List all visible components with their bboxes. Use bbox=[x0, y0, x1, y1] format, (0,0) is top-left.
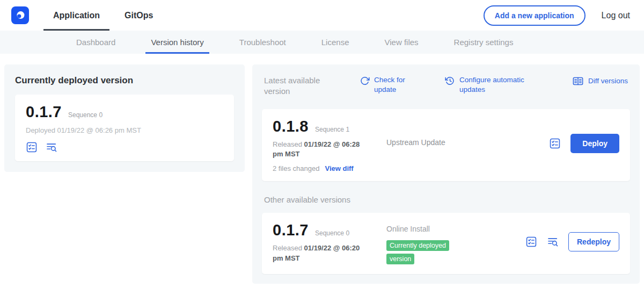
tab-application[interactable]: Application bbox=[53, 0, 100, 31]
deployed-version-card: 0.1.7 Sequence 0 Deployed 01/19/22 @ 06:… bbox=[15, 95, 234, 161]
currently-deployed-badge-wrap: Currently deployed version bbox=[386, 239, 467, 265]
file-search-icon[interactable] bbox=[46, 141, 57, 153]
deployed-sequence-label: Sequence 0 bbox=[68, 111, 103, 119]
check-for-update-button[interactable]: Check for update bbox=[360, 75, 414, 94]
currently-deployed-title: Currently deployed version bbox=[15, 75, 234, 86]
deployed-version-row: 0.1.7 Sequence 0 bbox=[26, 103, 223, 121]
redeploy-button[interactable]: Redeploy bbox=[568, 232, 619, 251]
logout-link[interactable]: Log out bbox=[602, 11, 630, 20]
subnav-item-dashboard[interactable]: Dashboard bbox=[76, 31, 115, 54]
files-changed-label: 2 files changed bbox=[273, 164, 319, 172]
release-notes-icon[interactable] bbox=[525, 236, 537, 248]
other-sequence-label: Sequence 0 bbox=[315, 229, 349, 237]
currently-deployed-panel: Currently deployed version 0.1.7 Sequenc… bbox=[4, 64, 245, 172]
subnav-item-view-files[interactable]: View files bbox=[384, 31, 418, 54]
top-tab-bar: Application GitOps bbox=[53, 0, 178, 31]
other-source-label: Online Install bbox=[386, 225, 525, 233]
app-logo bbox=[11, 6, 30, 25]
subnav-item-troubleshoot[interactable]: Troubleshoot bbox=[239, 31, 286, 54]
latest-source-label: Upstream Update bbox=[386, 138, 549, 152]
subnav-item-registry-settings[interactable]: Registry settings bbox=[454, 31, 514, 54]
latest-panel-header: Latest available version Check for updat… bbox=[262, 75, 630, 97]
main-content: Currently deployed version 0.1.7 Sequenc… bbox=[0, 54, 644, 284]
deployed-card-actions bbox=[26, 141, 223, 153]
subnav-item-version-history[interactable]: Version history bbox=[151, 31, 203, 54]
currently-deployed-badge: Currently deployed version bbox=[386, 240, 449, 264]
add-application-button[interactable]: Add a new application bbox=[484, 5, 586, 26]
latest-card-actions: Deploy bbox=[549, 134, 619, 156]
check-for-update-label: Check for update bbox=[374, 75, 414, 94]
other-card-actions: Redeploy bbox=[525, 232, 619, 255]
other-version-info: 0.1.7 Sequence 0 Released 01/19/22 @ 06:… bbox=[273, 221, 386, 265]
top-navbar: Application GitOps Add a new application… bbox=[0, 0, 644, 31]
deployed-timestamp: Deployed 01/19/22 @ 06:26 pm MST bbox=[26, 126, 223, 134]
app-subnav: Dashboard Version history Troubleshoot L… bbox=[0, 31, 644, 54]
other-version-card: 0.1.7 Sequence 0 Released 01/19/22 @ 06:… bbox=[262, 213, 630, 274]
other-versions-title: Other available versions bbox=[264, 195, 630, 204]
view-diff-link[interactable]: View diff bbox=[325, 164, 353, 172]
latest-version-card: 0.1.8 Sequence 1 Released 01/19/22 @ 06:… bbox=[262, 109, 630, 182]
other-version-status: Online Install Currently deployed versio… bbox=[386, 221, 525, 265]
diff-table-icon bbox=[572, 75, 584, 87]
latest-sequence-label: Sequence 1 bbox=[315, 126, 349, 133]
latest-released-timestamp: Released 01/19/22 @ 06:28 pm MST bbox=[273, 140, 372, 160]
other-released-timestamp: Released 01/19/22 @ 06:20 pm MST bbox=[273, 243, 372, 264]
tab-gitops[interactable]: GitOps bbox=[125, 0, 153, 31]
diff-versions-label: Diff versions bbox=[588, 76, 628, 86]
history-clock-icon bbox=[445, 76, 455, 86]
file-search-icon[interactable] bbox=[547, 236, 559, 248]
latest-version-number: 0.1.8 bbox=[273, 118, 309, 135]
diff-versions-button[interactable]: Diff versions bbox=[572, 75, 628, 87]
deployed-version-number: 0.1.7 bbox=[26, 103, 62, 121]
subnav-item-license[interactable]: License bbox=[321, 31, 349, 54]
latest-available-title: Latest available version bbox=[264, 75, 345, 97]
configure-automatic-updates-label: Configure automatic updates bbox=[459, 75, 530, 94]
configure-automatic-updates-button[interactable]: Configure automatic updates bbox=[445, 75, 530, 94]
release-notes-icon[interactable] bbox=[26, 141, 38, 153]
latest-available-panel: Latest available version Check for updat… bbox=[252, 64, 640, 284]
latest-files-changed-row: 2 files changed View diff bbox=[273, 164, 386, 172]
deploy-button[interactable]: Deploy bbox=[570, 134, 619, 153]
topnav-right: Add a new application Log out bbox=[484, 5, 630, 26]
refresh-icon bbox=[360, 76, 370, 86]
other-version-number: 0.1.7 bbox=[273, 221, 309, 239]
latest-version-info: 0.1.8 Sequence 1 Released 01/19/22 @ 06:… bbox=[273, 118, 386, 173]
release-notes-icon[interactable] bbox=[549, 138, 561, 149]
